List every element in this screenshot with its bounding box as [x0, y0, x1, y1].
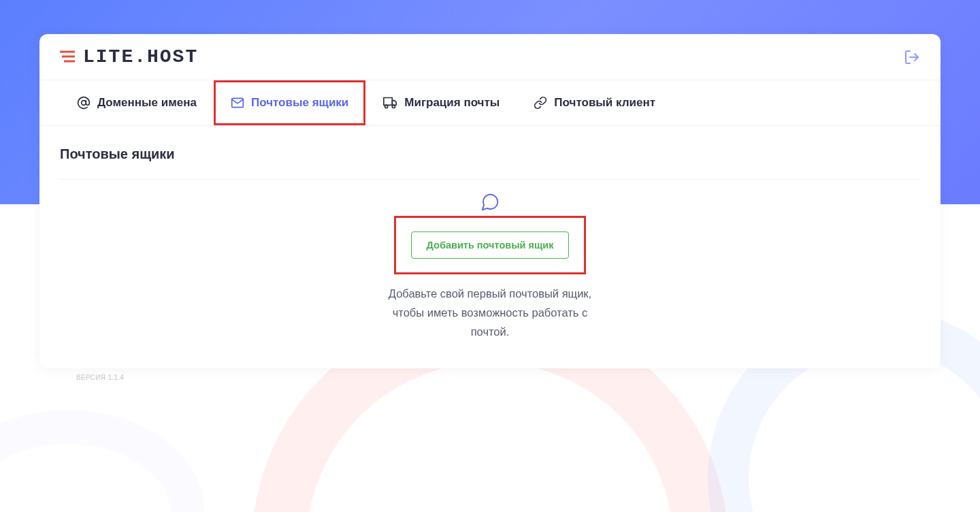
tab-label: Почтовый клиент	[554, 96, 655, 110]
empty-state-message: Добавьте свой первый почтовый ящик, чтоб…	[381, 284, 599, 341]
mail-icon	[231, 96, 244, 110]
svg-rect-2	[384, 98, 393, 106]
tab-mail-migration[interactable]: Миграция почты	[365, 80, 517, 125]
logo[interactable]: LITE.HOST	[60, 46, 198, 67]
svg-point-5	[393, 105, 395, 108]
tab-mail-client[interactable]: Почтовый клиент	[517, 80, 672, 125]
empty-state: Добавить почтовый ящик Добавьте свой пер…	[60, 180, 920, 341]
logout-button[interactable]	[904, 49, 920, 65]
svg-marker-3	[393, 101, 397, 106]
header-bar: LITE.HOST	[39, 34, 941, 80]
content-area: Почтовые ящики Добавить почтовый ящик До…	[39, 126, 941, 368]
tab-mailboxes[interactable]: Почтовые ящики	[214, 80, 365, 125]
tab-domain-names[interactable]: Доменные имена	[60, 80, 214, 125]
version-label: ВЕРСИЯ 1.1.4	[76, 374, 980, 381]
main-panel: LITE.HOST Доменные имена	[39, 34, 941, 368]
highlight-box: Добавить почтовый ящик	[394, 216, 587, 274]
svg-point-4	[385, 105, 388, 108]
logout-icon	[904, 49, 920, 65]
nav-tabs: Доменные имена Почтовые ящики Миграция	[39, 80, 941, 126]
chat-bubble-icon	[480, 192, 500, 215]
tab-label: Доменные имена	[97, 96, 197, 110]
logo-text: LITE.HOST	[83, 46, 198, 67]
truck-icon	[382, 96, 397, 110]
tab-label: Почтовые ящики	[251, 96, 348, 110]
page-title: Почтовые ящики	[60, 146, 920, 162]
link-icon	[534, 96, 547, 110]
tab-label: Миграция почты	[404, 96, 500, 110]
add-mailbox-button[interactable]: Добавить почтовый ящик	[411, 231, 570, 259]
logo-icon	[60, 50, 80, 65]
content-header: Почтовые ящики	[60, 146, 920, 180]
at-icon	[77, 96, 91, 110]
svg-point-1	[82, 101, 86, 106]
